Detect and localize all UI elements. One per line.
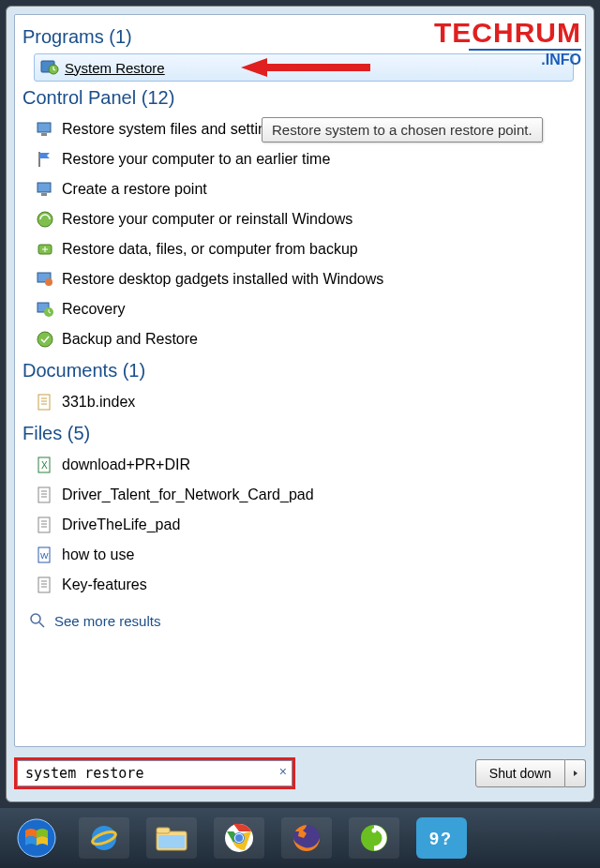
- svg-point-22: [31, 614, 40, 623]
- taskbar-firefox[interactable]: [281, 817, 332, 859]
- svg-rect-14: [38, 395, 50, 410]
- backup-restore-icon: [36, 330, 54, 349]
- svg-point-33: [235, 834, 243, 842]
- restore-globe-icon: [36, 210, 54, 229]
- chevron-right-icon: [572, 770, 579, 777]
- start-button[interactable]: [11, 817, 62, 859]
- file-item-drivethelife[interactable]: DriveTheLife_pad: [22, 510, 578, 540]
- item-label: 331b.index: [62, 394, 135, 411]
- item-label: Key-features: [62, 576, 147, 593]
- item-label: Driver_Talent_for_Network_Card_pad: [62, 486, 314, 503]
- clear-search-icon[interactable]: ×: [279, 764, 287, 779]
- item-label: Restore desktop gadgets installed with W…: [62, 271, 383, 288]
- svg-rect-28: [157, 828, 170, 833]
- svg-rect-29: [158, 835, 185, 848]
- taskbar: 9?: [0, 808, 600, 868]
- svg-marker-2: [241, 58, 370, 77]
- svg-text:?: ?: [441, 830, 451, 848]
- annotation-arrow: [241, 56, 372, 79]
- cp-item-restore-reinstall-windows[interactable]: Restore your computer or reinstall Windo…: [22, 204, 578, 234]
- file-item-key-features[interactable]: Key-features: [22, 570, 578, 600]
- document-icon: [36, 393, 54, 412]
- shutdown-button[interactable]: Shut down: [475, 759, 565, 787]
- see-more-label: See more results: [54, 613, 160, 629]
- search-icon: [28, 611, 47, 630]
- recovery-icon: [36, 300, 54, 319]
- shutdown-dropdown[interactable]: [565, 759, 586, 787]
- watermark-divider: [469, 49, 581, 51]
- text-file-icon: [36, 516, 54, 534]
- item-label: Create a restore point: [62, 181, 207, 198]
- item-label: Recovery: [62, 301, 126, 318]
- gadgets-icon: [36, 270, 54, 289]
- svg-point-13: [38, 332, 52, 347]
- taskbar-360browser[interactable]: [349, 817, 399, 859]
- taskbar-chrome[interactable]: [214, 817, 264, 859]
- monitor-icon: [36, 180, 54, 199]
- svg-point-10: [45, 278, 52, 286]
- system-restore-icon: [40, 58, 59, 77]
- text-file-icon: [36, 576, 54, 594]
- start-menu-bottom-bar: × Shut down: [14, 753, 586, 794]
- tooltip-restore-point: Restore system to a chosen restore point…: [262, 117, 543, 142]
- watermark-sub: .INFO: [434, 52, 581, 67]
- header-files: Files (5): [22, 423, 578, 444]
- item-label: Restore data, files, or computer from ba…: [62, 241, 358, 258]
- cp-item-restore-gadgets[interactable]: Restore desktop gadgets installed with W…: [22, 264, 578, 294]
- header-documents: Documents (1): [22, 360, 578, 382]
- svg-rect-3: [38, 123, 51, 132]
- svg-text:9: 9: [429, 830, 439, 848]
- taskbar-app[interactable]: 9?: [416, 817, 467, 859]
- svg-text:X: X: [41, 460, 48, 471]
- excel-icon: X: [36, 456, 54, 474]
- search-box-highlight: ×: [14, 757, 295, 789]
- svg-rect-4: [41, 133, 47, 136]
- file-item-driver-talent[interactable]: Driver_Talent_for_Network_Card_pad: [22, 480, 578, 510]
- shutdown-button-group: Shut down: [475, 759, 586, 787]
- svg-rect-5: [38, 183, 51, 192]
- taskbar-ie[interactable]: [79, 817, 129, 859]
- item-label: download+PR+DIR: [62, 456, 190, 473]
- header-control-panel: Control Panel (12): [22, 87, 578, 109]
- svg-point-36: [372, 829, 377, 833]
- doc-item-331b[interactable]: 331b.index: [22, 387, 578, 417]
- svg-rect-18: [38, 517, 50, 532]
- item-label: Backup and Restore: [62, 331, 198, 348]
- watermark: TECHRUM .INFO: [434, 19, 581, 67]
- item-label: Restore your computer to an earlier time: [62, 151, 330, 168]
- svg-rect-17: [38, 487, 50, 502]
- see-more-results[interactable]: See more results: [22, 600, 578, 634]
- cp-item-create-restore-point[interactable]: Create a restore point: [22, 174, 578, 204]
- flag-icon: [36, 150, 54, 169]
- backup-icon: [36, 240, 54, 259]
- svg-rect-21: [38, 577, 50, 592]
- file-item-download-pr-dir[interactable]: X download+PR+DIR: [22, 450, 578, 480]
- item-label: DriveTheLife_pad: [62, 516, 180, 533]
- item-label: how to use: [62, 546, 134, 563]
- monitor-icon: [36, 120, 54, 139]
- svg-text:W: W: [40, 551, 49, 561]
- word-icon: W: [36, 546, 54, 564]
- cp-item-restore-from-backup[interactable]: Restore data, files, or computer from ba…: [22, 234, 578, 264]
- file-item-how-to-use[interactable]: W how to use: [22, 540, 578, 570]
- search-input[interactable]: [17, 760, 292, 786]
- text-file-icon: [36, 486, 54, 504]
- cp-item-recovery[interactable]: Recovery: [22, 294, 578, 324]
- start-menu-panel: Programs (1) System Restore Control Pane…: [6, 6, 594, 802]
- cp-item-restore-earlier-time[interactable]: Restore your computer to an earlier time: [22, 144, 578, 174]
- taskbar-explorer[interactable]: [146, 817, 197, 859]
- svg-rect-6: [41, 193, 47, 196]
- item-label: Restore your computer or reinstall Windo…: [62, 211, 352, 228]
- watermark-brand: TECHRUM: [434, 19, 581, 47]
- program-system-restore-label: System Restore: [65, 60, 165, 76]
- cp-item-backup-restore[interactable]: Backup and Restore: [22, 324, 578, 354]
